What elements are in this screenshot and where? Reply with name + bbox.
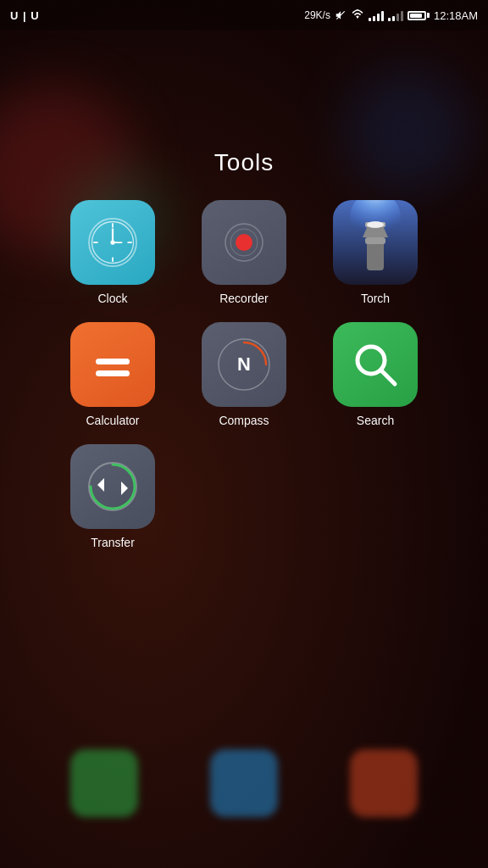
compass-icon: N — [210, 331, 278, 398]
signal-bars-2 — [388, 9, 403, 21]
svg-point-25 — [89, 463, 136, 510]
svg-text:N: N — [237, 353, 251, 375]
svg-line-24 — [381, 370, 395, 384]
svg-rect-19 — [96, 359, 130, 364]
folder-title: Tools — [214, 149, 274, 176]
transfer-label: Transfer — [91, 536, 135, 549]
transfer-icon-bg — [70, 444, 155, 529]
svg-point-18 — [367, 221, 384, 228]
battery-indicator — [408, 11, 430, 20]
svg-marker-26 — [97, 478, 104, 492]
torch-icon-bg — [333, 200, 418, 285]
carrier-label: U | U — [10, 9, 40, 22]
signal-bars-1 — [369, 9, 384, 21]
recorder-icon — [214, 213, 274, 272]
recorder-icon-bg — [202, 200, 286, 285]
recorder-label: Recorder — [219, 292, 269, 305]
svg-marker-27 — [121, 481, 128, 495]
svg-point-9 — [110, 240, 114, 244]
app-item-calculator[interactable]: Calculator — [60, 322, 166, 427]
clock-label: Clock — [97, 292, 127, 305]
app-item-recorder[interactable]: Recorder — [191, 200, 297, 305]
search-label: Search — [357, 414, 394, 427]
app-item-transfer[interactable]: Transfer — [60, 444, 166, 549]
network-speed: 29K/s — [304, 9, 330, 21]
app-item-compass[interactable]: N Compass — [191, 322, 297, 427]
status-right: 29K/s — [304, 9, 478, 22]
bottom-blob-3 — [350, 749, 418, 817]
transfer-icon — [79, 453, 147, 520]
mute-icon — [335, 9, 347, 21]
app-item-clock[interactable]: Clock — [60, 200, 166, 305]
search-icon-bg — [333, 322, 418, 407]
bottom-row-blur — [0, 749, 488, 817]
compass-icon-bg: N — [202, 322, 286, 407]
app-item-search[interactable]: Search — [323, 322, 429, 427]
torch-icon — [333, 200, 418, 285]
svg-rect-14 — [367, 241, 384, 270]
status-bar: U | U 29K/s — [0, 0, 488, 31]
compass-label: Compass — [219, 414, 269, 427]
app-item-torch[interactable]: Torch — [323, 200, 429, 305]
clock-time: 12:18AM — [434, 9, 478, 22]
wifi-icon — [351, 9, 364, 21]
clock-icon — [83, 213, 142, 272]
calculator-icon — [83, 335, 142, 394]
calculator-icon-bg — [70, 322, 155, 407]
main-content: Tools Clock — [0, 31, 488, 549]
app-grid: Clock Recorder — [43, 200, 446, 549]
torch-label: Torch — [361, 292, 390, 305]
calculator-label: Calculator — [86, 414, 139, 427]
bottom-blob-1 — [70, 749, 138, 817]
svg-point-12 — [236, 234, 252, 251]
svg-rect-15 — [365, 237, 385, 244]
clock-icon-bg — [70, 200, 155, 285]
search-icon — [346, 335, 405, 394]
bottom-blob-2 — [210, 749, 278, 817]
svg-rect-20 — [96, 370, 130, 376]
